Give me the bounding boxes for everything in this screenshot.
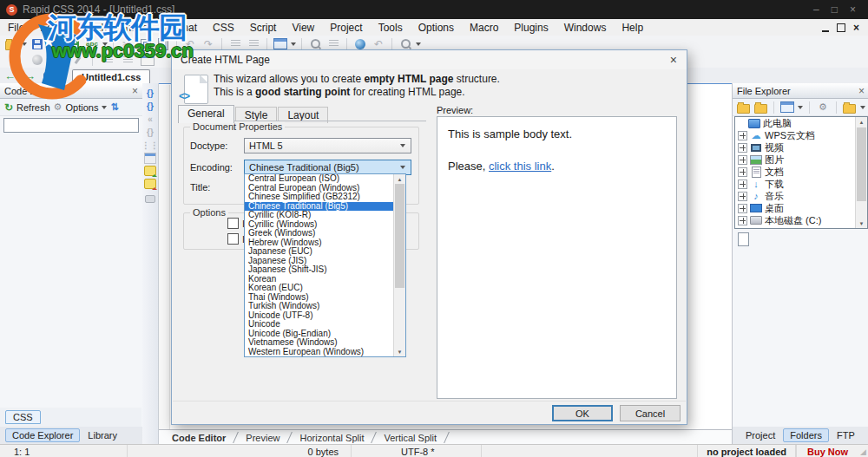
checkbox-icon[interactable] <box>227 218 239 229</box>
encoding-option[interactable]: Greek (Windows) <box>245 229 405 238</box>
minimize-button[interactable]: – <box>813 3 819 16</box>
encoding-option[interactable]: Western European (Windows) <box>245 348 405 357</box>
view-mode-arrow-icon[interactable] <box>798 106 803 109</box>
add-comment-button[interactable] <box>144 166 156 176</box>
mdi-restore-button[interactable] <box>837 23 845 32</box>
menu-tools[interactable]: Tools <box>371 22 411 34</box>
cut-button[interactable]: ✂ <box>119 37 135 51</box>
close-button[interactable]: × <box>850 3 856 16</box>
sort-icon[interactable]: ⇅ <box>110 101 118 113</box>
refresh-button[interactable]: Refresh <box>16 102 50 113</box>
remove-comment-button[interactable] <box>144 179 156 189</box>
open-dropdown-arrow-icon[interactable] <box>22 42 27 46</box>
code-explorer-filter-input[interactable] <box>3 118 139 133</box>
tree-item-this-pc[interactable]: 此电脑 <box>735 117 867 129</box>
encoding-option[interactable]: Cyrillic (Windows) <box>245 220 405 230</box>
scrollbar-thumb[interactable] <box>395 184 404 288</box>
tab-folders[interactable]: Folders <box>783 428 829 442</box>
scroll-down-icon[interactable]: ▼ <box>394 347 405 356</box>
tab-vertical-split[interactable]: Vertical Split <box>374 433 446 443</box>
panel-splitter-handle[interactable] <box>145 195 155 203</box>
menu-plugins[interactable]: Plugins <box>506 22 556 34</box>
maximize-button[interactable]: □ <box>832 3 838 16</box>
collapse-all-button[interactable]: « <box>144 114 156 124</box>
validate-button[interactable] <box>30 53 45 67</box>
mdi-minimize-button[interactable] <box>822 23 829 32</box>
tree-scrollbar[interactable]: ▲ ▼ <box>855 117 867 228</box>
paste-button[interactable] <box>155 37 171 51</box>
menu-script[interactable]: Script <box>242 22 285 34</box>
document-list-button[interactable] <box>40 72 67 83</box>
save-button[interactable] <box>30 37 45 51</box>
folder-menu-arrow-icon[interactable] <box>860 106 865 109</box>
sample-link[interactable]: click this link <box>489 160 551 173</box>
encoding-option[interactable]: Japanese (Shift-JIS) <box>245 265 405 275</box>
save-all-button[interactable] <box>48 37 63 51</box>
tree-item-downloads[interactable]: ↓ 下载 <box>735 178 867 190</box>
tree-item-documents[interactable]: 文档 <box>735 166 867 178</box>
table-button[interactable] <box>140 53 155 67</box>
view-mode-button[interactable] <box>780 101 794 114</box>
resize-grip-icon[interactable]: ◢ <box>858 447 868 456</box>
encoding-option[interactable]: Turkish (Windows) <box>245 302 405 311</box>
dots-disabled-button[interactable]: ⋮⋮ <box>144 140 156 150</box>
mdi-close-button[interactable]: × <box>853 22 859 34</box>
new-code-block-button[interactable]: {} <box>144 88 156 98</box>
menu-view[interactable]: View <box>284 22 322 34</box>
nav-forward-button[interactable]: → <box>20 69 40 83</box>
tree-item-wps-cloud[interactable]: ☁ WPS云文档 <box>735 129 867 141</box>
dialog-close-icon[interactable]: × <box>670 53 687 67</box>
expand-icon[interactable] <box>738 131 747 140</box>
encoding-option[interactable]: Unicode (Big-Endian) <box>245 330 405 339</box>
ok-button[interactable]: OK <box>552 405 613 421</box>
tab-ftp[interactable]: FTP <box>831 429 861 441</box>
file-explorer-close-icon[interactable]: × <box>858 85 865 97</box>
encoding-option[interactable]: Hebrew (Windows) <box>245 238 405 248</box>
folder-go-button[interactable] <box>736 101 750 114</box>
encoding-option[interactable]: Central European (Windows) <box>245 184 405 193</box>
encoding-option[interactable]: Japanese (EUC) <box>245 247 405 257</box>
expand-icon[interactable] <box>738 167 747 177</box>
tree-item-videos[interactable]: 视频 <box>735 141 867 153</box>
encoding-option[interactable]: Thai (Windows) <box>245 293 405 303</box>
encoding-dropdown-button[interactable] <box>396 161 410 173</box>
tree-item-music[interactable]: ♪ 音乐 <box>735 190 867 202</box>
scroll-down-icon[interactable]: ▼ <box>856 219 867 228</box>
tab-general[interactable]: General <box>178 105 234 123</box>
comment-button[interactable] <box>49 53 65 67</box>
encoding-option[interactable]: Vietnamese (Windows) <box>245 338 405 348</box>
folder-menu-button[interactable] <box>843 101 857 114</box>
scrollbar-thumb[interactable] <box>857 127 866 201</box>
tab-project[interactable]: Project <box>740 429 781 441</box>
doctype-dropdown-button[interactable] <box>396 140 410 152</box>
encoding-option[interactable]: Unicode <box>245 320 405 330</box>
code-explorer-close-icon[interactable]: × <box>132 85 138 97</box>
save-as-button[interactable] <box>66 37 82 51</box>
settings-button[interactable]: ⚙ <box>816 101 830 114</box>
braces-button[interactable]: {} <box>144 101 156 111</box>
encoding-option-selected[interactable]: Chinese Traditional (Big5) <box>245 202 405 212</box>
toolbar-dropdown-arrow-icon[interactable] <box>102 42 108 46</box>
spellcheck-button[interactable]: abc <box>84 37 100 51</box>
scroll-up-icon[interactable]: ▲ <box>856 117 867 127</box>
copy-button[interactable] <box>137 37 153 51</box>
more-tools-arrow-icon[interactable] <box>416 42 421 46</box>
checkbox-icon[interactable] <box>227 233 239 245</box>
encoding-option[interactable]: Unicode (UTF-8) <box>245 311 405 321</box>
tab-library[interactable]: Library <box>82 429 123 441</box>
list-style-button[interactable] <box>100 53 115 67</box>
doctype-select[interactable]: HTML 5 <box>244 138 411 153</box>
encoding-option[interactable]: Central European (ISO) <box>245 174 405 184</box>
encoding-option[interactable]: Korean <box>245 275 405 284</box>
menu-edit[interactable]: Edit <box>32 22 66 34</box>
cancel-button[interactable]: Cancel <box>620 405 681 421</box>
menu-insert[interactable]: Insert <box>115 22 156 34</box>
encoding-option[interactable]: Chinese Simplified (GB2312) <box>245 193 405 202</box>
expand-icon[interactable] <box>738 180 747 189</box>
menu-macro[interactable]: Macro <box>462 22 506 34</box>
expand-icon[interactable] <box>738 192 747 201</box>
menu-options[interactable]: Options <box>411 22 462 34</box>
encoding-option[interactable]: Japanese (JIS) <box>245 257 405 266</box>
nav-back-button[interactable]: ← <box>0 69 20 83</box>
menu-windows[interactable]: Windows <box>556 22 615 34</box>
